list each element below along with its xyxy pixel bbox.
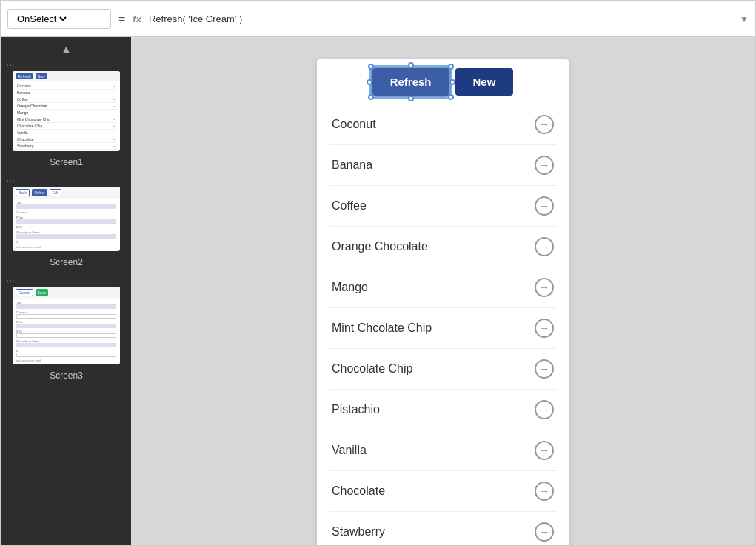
screen3-thumbnail[interactable]: Cancel Save Title Coconut Price <box>13 287 120 364</box>
screen1-thumbnail[interactable]: Refresh New Coconut→ Banana→ Coffee→ Ora… <box>13 71 120 151</box>
equals-sign: = <box>116 13 128 26</box>
list-item-name: Stawberry <box>332 525 385 539</box>
list-item-name: Orange Chocolate <box>332 240 428 253</box>
list-item-name: Coffee <box>332 199 367 213</box>
main-layout: ▲ ··· Refresh New Coconut→ Banana→ Coffe… <box>1 37 755 546</box>
thumb-list: Coconut→ Banana→ Coffee→ Orange Chocolat… <box>13 81 120 151</box>
property-selector[interactable]: OnSelect <box>7 9 111 29</box>
new-button[interactable]: New <box>455 68 514 96</box>
screen3-dots[interactable]: ··· <box>1 275 15 285</box>
arrow-circle-icon: → <box>535 237 554 256</box>
sidebar: ▲ ··· Refresh New Coconut→ Banana→ Coffe… <box>1 37 131 546</box>
property-dropdown[interactable]: OnSelect <box>14 13 69 25</box>
screen2-wrapper: ··· Back Online Edit Title Coconut <box>1 175 131 275</box>
arrow-circle-icon: → <box>535 278 554 297</box>
screen1-dots[interactable]: ··· <box>1 59 15 70</box>
thumb-online-btn[interactable]: Online <box>32 189 47 196</box>
ice-cream-list: Coconut → Banana → Coffee → Orange Choco… <box>317 104 569 546</box>
screen2-label: Screen2 <box>50 257 83 267</box>
formula-bar: OnSelect = fx ▼ <box>1 1 755 37</box>
list-item-name: Pistachio <box>332 403 380 416</box>
list-item[interactable]: Chocolate → <box>329 471 557 512</box>
arrow-circle-icon: → <box>535 441 554 460</box>
thumb-back-btn[interactable]: Back <box>16 189 30 196</box>
list-item[interactable]: Stawberry → <box>329 512 557 546</box>
thumb-new-btn[interactable]: New <box>36 73 47 79</box>
list-item[interactable]: Coffee → <box>329 186 557 227</box>
list-item[interactable]: Chocolate Chip → <box>329 349 557 390</box>
arrow-circle-icon: → <box>535 319 554 338</box>
arrow-circle-icon: → <box>535 522 554 542</box>
thumb-refresh-btn[interactable]: Refresh <box>16 73 33 79</box>
list-item[interactable]: Pistachio → <box>329 390 557 430</box>
arrow-circle-icon: → <box>535 482 554 501</box>
screen1-wrapper: ··· Refresh New Coconut→ Banana→ Coffee→… <box>1 59 131 175</box>
thumb-cancel-btn[interactable]: Cancel <box>16 289 33 296</box>
list-item-name: Chocolate Chip <box>332 362 412 376</box>
thumb-save-btn[interactable]: Save <box>36 289 48 296</box>
screen2-thumbnail[interactable]: Back Online Edit Title Coconut Price <box>13 187 120 251</box>
list-item[interactable]: Orange Chocolate → <box>329 227 557 267</box>
arrow-circle-icon: → <box>535 115 554 134</box>
screen2-dots[interactable]: ··· <box>1 175 15 185</box>
arrow-circle-icon: → <box>535 359 554 379</box>
list-item-name: Banana <box>332 159 372 172</box>
arrow-circle-icon: → <box>535 156 554 175</box>
list-item[interactable]: Vanilla → <box>329 430 557 471</box>
list-item-name: Mint Chcolate Chip <box>332 322 432 335</box>
screen3-wrapper: ··· Cancel Save Title Coconut <box>1 275 131 388</box>
thumb-detail-form: Title Coconut Price $ 85 Quantity on H <box>13 199 120 251</box>
canvas-area: Refresh New Coconut → Banana → Coffee → … <box>131 37 755 546</box>
scroll-up-icon[interactable]: ▲ <box>61 43 73 56</box>
formula-expand-icon[interactable]: ▼ <box>740 14 749 24</box>
list-item-name: Chocolate <box>332 485 385 498</box>
arrow-circle-icon: → <box>535 196 554 216</box>
screen1-label: Screen1 <box>50 157 83 167</box>
screen3-label: Screen3 <box>50 370 83 381</box>
list-item-name: Vanilla <box>332 444 367 457</box>
thumb-edit-form: Title Coconut Price $ 85 <box>13 299 120 364</box>
list-item[interactable]: Mint Chcolate Chip → <box>329 308 557 349</box>
app-header: Refresh New <box>317 59 569 104</box>
list-item[interactable]: Banana → <box>329 145 557 186</box>
list-item[interactable]: Coconut → <box>329 104 557 145</box>
app-screen: Refresh New Coconut → Banana → Coffee → … <box>317 59 569 546</box>
formula-input[interactable] <box>146 10 735 27</box>
list-item-name: Mango <box>332 281 368 294</box>
list-item[interactable]: Mango → <box>329 267 557 308</box>
refresh-button[interactable]: Refresh <box>372 68 449 96</box>
thumb-edit-btn[interactable]: Edit <box>50 189 62 196</box>
fx-icon: fx <box>133 13 141 24</box>
list-item-name: Coconut <box>332 118 376 131</box>
arrow-circle-icon: → <box>535 400 554 419</box>
